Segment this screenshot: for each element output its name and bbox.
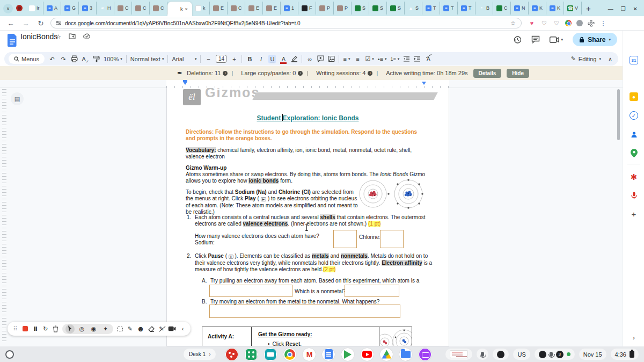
- cursor-tool-button[interactable]: [65, 324, 75, 334]
- browser-tab[interactable]: ≡ G: [61, 2, 79, 15]
- highlight-color-icon[interactable]: [291, 55, 298, 62]
- menu-item[interactable]: [38, 41, 44, 42]
- chrome-colors-icon[interactable]: [565, 20, 572, 26]
- page-scrollbar[interactable]: [617, 89, 620, 140]
- time-battery[interactable]: 4:36: [611, 349, 639, 360]
- mote-mic-icon[interactable]: [628, 190, 640, 201]
- checklist-icon[interactable]: ☑▾: [365, 55, 374, 62]
- cast-extension-icon[interactable]: [576, 20, 583, 26]
- paint-format-icon[interactable]: [93, 55, 100, 62]
- paragraph-style-select[interactable]: Normal text▾: [130, 56, 164, 62]
- google-docs-icon[interactable]: [8, 34, 18, 48]
- version-history-icon[interactable]: [513, 35, 522, 44]
- menu-item[interactable]: [72, 41, 78, 42]
- notification-app[interactable]: [493, 349, 509, 360]
- browser-tab[interactable]: C: [132, 2, 150, 15]
- numbered-list-icon[interactable]: 1≡▾: [391, 56, 400, 62]
- draw-pen-button[interactable]: ✎: [127, 324, 134, 334]
- increase-indent-icon[interactable]: [414, 56, 421, 62]
- meet-caret-icon[interactable]: ▾: [561, 38, 564, 42]
- browser-tab[interactable]: M Ir: [26, 2, 43, 15]
- app-chrome-icon[interactable]: [283, 348, 296, 361]
- app-files-icon[interactable]: [399, 348, 412, 361]
- mic-status[interactable]: [477, 349, 488, 360]
- collapse-toolbar-icon[interactable]: ‹: [179, 324, 186, 334]
- browser-tab[interactable]: E: [245, 2, 263, 15]
- print-icon[interactable]: [71, 55, 78, 62]
- menu-item[interactable]: [80, 41, 87, 42]
- browser-tab[interactable]: ≡ T: [458, 2, 475, 15]
- menu-item[interactable]: [29, 41, 35, 42]
- redo-icon[interactable]: ↷: [60, 55, 67, 63]
- insert-image-icon[interactable]: [328, 55, 335, 62]
- pen-off-button[interactable]: ✎: [158, 324, 165, 334]
- document-title[interactable]: IonicBonds: [20, 32, 57, 41]
- show-side-panel-icon[interactable]: ›: [628, 331, 640, 343]
- pinned-record-tab-icon[interactable]: [16, 5, 23, 11]
- select-area-button[interactable]: [116, 324, 123, 334]
- tasks-icon[interactable]: ✓: [628, 110, 640, 121]
- share-button[interactable]: Share ▾: [573, 33, 617, 46]
- extension-shield-icon[interactable]: ♡: [540, 19, 548, 27]
- browser-tab[interactable]: C: [493, 2, 511, 15]
- keep-icon[interactable]: ●: [628, 91, 640, 103]
- desk-next-icon[interactable]: ›: [209, 351, 210, 357]
- chlorine-answer-box[interactable]: [380, 230, 404, 248]
- clear-formatting-icon[interactable]: A: [425, 55, 432, 63]
- restore-button[interactable]: ❐: [621, 6, 626, 12]
- hide-button[interactable]: Hide: [507, 69, 529, 78]
- browser-tab[interactable]: ≡ T: [422, 2, 440, 15]
- address-bar[interactable]: docs.google.com/document/d/1qVyAPt9VBnc5…: [50, 18, 522, 28]
- capture-preview[interactable]: [445, 349, 472, 360]
- minimize-button[interactable]: —: [608, 6, 613, 12]
- browser-tab[interactable]: E: [263, 2, 281, 15]
- app-playstore-icon[interactable]: [341, 348, 354, 361]
- calendar-icon[interactable]: 31: [628, 54, 640, 66]
- get-addons-icon[interactable]: +: [628, 208, 640, 220]
- tab-search-icon[interactable]: ∨: [3, 4, 13, 13]
- browser-tab[interactable]: ☎ V: [564, 2, 582, 15]
- browser-tab[interactable]: S: [369, 2, 387, 15]
- emoji-reaction-button[interactable]: ☻: [137, 324, 145, 334]
- browser-tab[interactable]: * B: [475, 2, 493, 15]
- drag-handle-icon[interactable]: ⠿: [12, 324, 19, 334]
- menu-item[interactable]: [20, 41, 27, 42]
- decrease-font-icon[interactable]: −: [204, 55, 212, 63]
- line-spacing-icon[interactable]: ≡: [354, 55, 361, 63]
- app-gmail-icon[interactable]: M: [303, 348, 316, 361]
- app-drive-icon[interactable]: [380, 348, 393, 361]
- insert-link-icon[interactable]: ∞: [306, 55, 313, 63]
- font-size-input[interactable]: 14: [216, 55, 226, 63]
- app-screencast-icon[interactable]: [419, 348, 431, 361]
- browser-tab[interactable]: ≡ T: [440, 2, 458, 15]
- close-button[interactable]: ✕: [633, 6, 638, 12]
- browser-menu-icon[interactable]: ⋮: [599, 19, 607, 27]
- browser-tab[interactable]: E: [210, 2, 228, 15]
- app-games-icon[interactable]: [245, 348, 258, 361]
- underline-icon[interactable]: U: [268, 55, 276, 63]
- highlight-click-tool-button[interactable]: ◎: [77, 324, 86, 334]
- eraser-button[interactable]: [148, 324, 155, 334]
- desk-switcher[interactable]: Desk 1 ›: [184, 349, 216, 360]
- spotlight-tool-button[interactable]: ◉: [89, 324, 98, 334]
- browser-tab[interactable]: F: [298, 2, 316, 15]
- browser-tab[interactable]: ≡ A: [43, 2, 61, 15]
- comments-icon[interactable]: [531, 35, 540, 44]
- delete-record-button[interactable]: [52, 324, 59, 334]
- extension-heart-icon[interactable]: ♥: [528, 19, 536, 27]
- align-icon[interactable]: ≡▾: [343, 56, 350, 62]
- zoom-select[interactable]: 100%▾: [104, 56, 122, 62]
- browser-tab[interactable]: S: [352, 2, 369, 15]
- browser-tab[interactable]: G k: [192, 2, 210, 15]
- maps-icon[interactable]: [628, 147, 640, 159]
- restart-record-button[interactable]: ↻: [42, 324, 49, 334]
- tab-close-icon[interactable]: ×: [185, 6, 188, 12]
- browser-tab[interactable]: ≡ K: [529, 2, 546, 15]
- site-info-icon[interactable]: [55, 20, 62, 26]
- font-select[interactable]: Arial▾: [172, 56, 196, 62]
- app-cards-icon[interactable]: [264, 348, 277, 361]
- decrease-indent-icon[interactable]: [403, 56, 410, 62]
- spellcheck-icon[interactable]: A✓: [82, 55, 89, 63]
- right-indent-marker[interactable]: [422, 82, 426, 85]
- browser-tab[interactable]: ≡ 1: [281, 2, 298, 15]
